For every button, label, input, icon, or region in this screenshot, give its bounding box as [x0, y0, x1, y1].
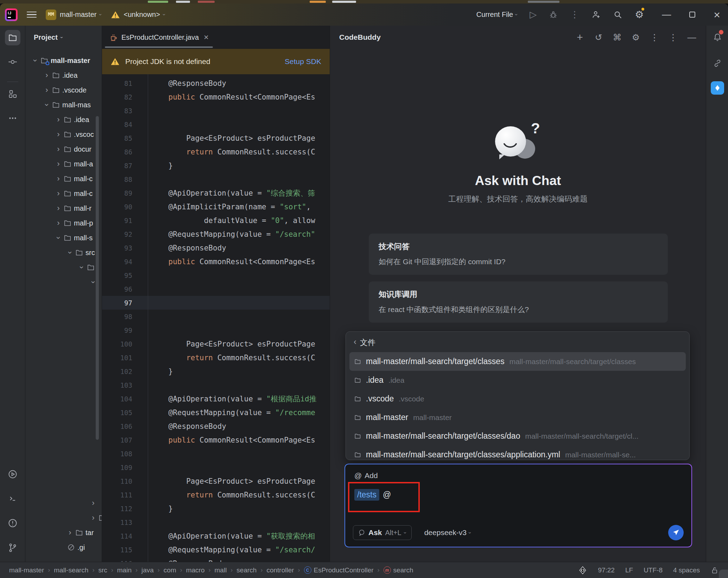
code-line-89[interactable]: 89 @ApiOperation(value = "综合搜索、筛: [102, 186, 330, 200]
structure-tool-button[interactable]: [5, 86, 20, 102]
prompt-input[interactable]: /tests @: [354, 489, 682, 501]
send-button[interactable]: [668, 525, 684, 540]
chevron-collapsed-icon[interactable]: ›: [67, 528, 73, 537]
kebab-menu-icon[interactable]: ⋮: [570, 9, 579, 20]
setup-sdk-link[interactable]: Setup SDK: [285, 57, 321, 66]
link-tool-button[interactable]: [711, 57, 724, 70]
tree-item-src[interactable]: ›src: [25, 245, 102, 260]
tree-item-tar[interactable]: ›tar: [25, 525, 102, 540]
new-chat-icon[interactable]: +: [575, 31, 585, 43]
code-line-107[interactable]: 107 public CommonResult<CommonPage<Es: [102, 433, 330, 447]
tree-item-docur[interactable]: ›docur: [25, 142, 102, 157]
code-line-86[interactable]: 86 return CommonResult.success(C: [102, 145, 330, 159]
run-icon[interactable]: ▷: [530, 9, 537, 20]
tree-item--gi[interactable]: .gi: [25, 540, 102, 555]
chevron-collapsed-icon[interactable]: ›: [56, 145, 61, 154]
project-tool-button[interactable]: [5, 30, 20, 45]
history-icon[interactable]: ↺: [594, 32, 603, 43]
code-line-102[interactable]: 102 }: [102, 364, 330, 378]
vcs-widget[interactable]: <unknown> ›: [111, 11, 165, 19]
tree-item-mall-a[interactable]: ›mall-a: [25, 157, 102, 171]
tree-item[interactable]: ›: [25, 260, 102, 275]
gear-icon[interactable]: ⚙: [631, 32, 641, 43]
code-line-93[interactable]: 93 @ResponseBody: [102, 241, 330, 255]
chevron-collapsed-icon[interactable]: ›: [56, 115, 61, 124]
code-line-105[interactable]: 105 @RequestMapping(value = "/recomme: [102, 406, 330, 419]
chevron-expanded-icon[interactable]: ›: [54, 235, 63, 241]
chevron-collapsed-icon[interactable]: ›: [44, 71, 50, 80]
code-line-92[interactable]: 92 @RequestMapping(value = "/search": [102, 227, 330, 241]
code-line-113[interactable]: 113: [102, 515, 330, 529]
chevron-collapsed-icon[interactable]: ›: [56, 218, 61, 228]
code-area[interactable]: 81 @ResponseBody82 public CommonResult<C…: [102, 74, 330, 562]
chevron-collapsed-icon[interactable]: ›: [44, 85, 50, 95]
code-line-83[interactable]: 83: [102, 104, 330, 117]
code-line-84[interactable]: 84: [102, 117, 330, 131]
tab-esproductcontroller[interactable]: EsProductController.java ×: [102, 26, 216, 49]
breadcrumb-item[interactable]: CEsProductController: [304, 566, 374, 574]
breadcrumb-item[interactable]: mall-search: [54, 566, 88, 574]
tree-item[interactable]: ›: [25, 275, 102, 290]
tree-item-mall-master[interactable]: ›mall-master: [25, 53, 102, 68]
run-configuration-selector[interactable]: Current File ›: [476, 11, 518, 19]
chevron-collapsed-icon[interactable]: ›: [90, 498, 96, 508]
line-separator-indicator[interactable]: LF: [625, 566, 633, 574]
commit-tool-button[interactable]: [5, 54, 20, 70]
back-icon[interactable]: ›: [354, 338, 356, 348]
caret-position[interactable]: 97:22: [598, 566, 615, 574]
git-tool-button[interactable]: [5, 540, 20, 555]
shield-icon[interactable]: [578, 566, 587, 575]
main-menu-icon[interactable]: [27, 12, 37, 18]
file-picker-row[interactable]: mall-master/mall-search/target/classesma…: [349, 352, 686, 371]
project-widget[interactable]: MM mall-master ›: [46, 9, 102, 20]
tree-item-mall-s[interactable]: ›mall-s: [25, 230, 102, 245]
code-line-85[interactable]: 85 Page<EsProduct> esProductPage: [102, 131, 330, 145]
model-selector[interactable]: deepseek-v3 ›: [424, 528, 471, 537]
collapse-panel-icon[interactable]: —: [687, 32, 697, 43]
code-line-95[interactable]: 95: [102, 268, 330, 282]
breadcrumb-item[interactable]: msearch: [384, 566, 413, 574]
breadcrumb-item[interactable]: src: [98, 566, 107, 574]
code-line-100[interactable]: 100 Page<EsProduct> esProductPage: [102, 337, 330, 351]
code-line-81[interactable]: 81 @ResponseBody: [102, 76, 330, 90]
tree-item[interactable]: ›: [25, 510, 102, 525]
chevron-expanded-icon[interactable]: ›: [42, 102, 51, 108]
tree-item-mall-r[interactable]: ›mall-r: [25, 201, 102, 216]
code-line-112[interactable]: 112 }: [102, 502, 330, 515]
add-user-icon[interactable]: [591, 10, 601, 20]
chevron-collapsed-icon[interactable]: ›: [56, 130, 61, 139]
code-line-114[interactable]: 114 @ApiOperation(value = "获取搜索的相: [102, 529, 330, 543]
kebab-menu-icon[interactable]: ⋮: [650, 32, 659, 43]
code-line-110[interactable]: 110 Page<EsProduct> esProductPage: [102, 474, 330, 488]
project-tree-scrollbar[interactable]: [96, 116, 99, 440]
file-picker-row[interactable]: .idea.idea: [349, 371, 686, 389]
tree-item-mall-mas[interactable]: ›mall-mas: [25, 97, 102, 112]
code-line-97[interactable]: 97: [102, 296, 330, 310]
chevron-collapsed-icon[interactable]: ›: [56, 204, 61, 213]
debug-icon[interactable]: [549, 10, 558, 19]
code-line-111[interactable]: 111 return CommonResult.success(C: [102, 488, 330, 502]
code-line-106[interactable]: 106 @ResponseBody: [102, 419, 330, 433]
indent-indicator[interactable]: 4 spaces: [673, 566, 700, 574]
code-line-104[interactable]: 104 @ApiOperation(value = "根据商品id推: [102, 392, 330, 406]
breadcrumb-item[interactable]: main: [117, 566, 132, 574]
breadcrumb-item[interactable]: mall: [215, 566, 227, 574]
chevron-expanded-icon[interactable]: ›: [65, 250, 75, 255]
tab-close-icon[interactable]: ×: [204, 32, 209, 42]
tree-item--idea[interactable]: ›.idea: [25, 112, 102, 127]
chevron-collapsed-icon[interactable]: ›: [56, 159, 61, 169]
chevron-expanded-icon[interactable]: ›: [31, 58, 40, 63]
chevron-collapsed-icon[interactable]: ›: [90, 513, 96, 522]
run-tool-button[interactable]: [5, 466, 20, 482]
tree-item-mall-c[interactable]: ›mall-c: [25, 171, 102, 186]
breadcrumb-item[interactable]: java: [141, 566, 154, 574]
notifications-button[interactable]: [711, 31, 724, 44]
file-picker-row[interactable]: mall-master/mall-search/target/classes/a…: [349, 445, 686, 464]
terminal-tool-button[interactable]: [5, 491, 20, 506]
code-line-103[interactable]: 103: [102, 378, 330, 392]
code-line-82[interactable]: 82 public CommonResult<CommonPage<Es: [102, 90, 330, 104]
encoding-indicator[interactable]: UTF-8: [644, 566, 663, 574]
more-tools-button[interactable]: [5, 110, 20, 126]
chevron-expanded-icon[interactable]: ›: [77, 265, 86, 270]
tree-item--idea[interactable]: ›.idea: [25, 68, 102, 83]
